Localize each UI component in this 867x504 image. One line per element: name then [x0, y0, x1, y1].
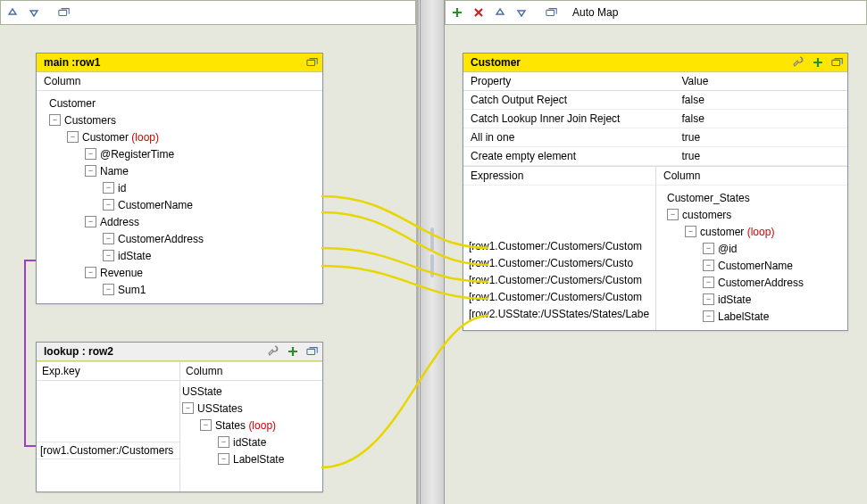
prop-row[interactable]: Catch Lookup Inner Join Rejectfalse — [463, 110, 847, 128]
svg-rect-4 — [832, 60, 840, 65]
tree-item[interactable]: Customer — [42, 95, 317, 112]
up-arrow-icon[interactable] — [494, 6, 506, 19]
prop-row[interactable]: All in onetrue — [463, 128, 847, 147]
svg-rect-2 — [307, 349, 315, 354]
tree-item[interactable]: −USStates — [180, 400, 322, 417]
main-panel[interactable]: main :row1 Column Customer −Customers −C… — [36, 53, 323, 304]
svg-rect-0 — [59, 10, 67, 15]
expression-row[interactable]: [row1.Customer:/Customers/Custo — [463, 254, 655, 271]
minimize-icon[interactable] — [58, 6, 71, 19]
tree-item[interactable]: Customer_States — [662, 189, 842, 206]
main-panel-header[interactable]: main :row1 — [37, 54, 322, 72]
lookup-column: Column USState −USStates −States (loop) … — [180, 362, 322, 492]
tree-item[interactable]: −idState — [42, 247, 317, 264]
prop-header: Property — [463, 72, 675, 91]
column-header: Column — [37, 72, 322, 91]
expression-row[interactable]: [row1.Customer:/Customers/Custom — [463, 237, 655, 254]
value-header: Value — [675, 72, 848, 91]
customer-panel-header[interactable]: Customer — [463, 54, 847, 72]
column-header: Column — [180, 362, 322, 381]
customer-tree: Customer_States −customers −customer (lo… — [656, 186, 847, 330]
tree-item[interactable]: −CustomerAddress — [662, 274, 842, 291]
up-arrow-icon[interactable] — [6, 6, 19, 19]
minimize-icon[interactable] — [546, 6, 558, 19]
prop-row[interactable]: Catch Output Rejectfalse — [463, 91, 847, 110]
down-arrow-icon[interactable] — [515, 6, 528, 19]
right-toolbar: Auto Map — [445, 0, 867, 25]
delete-icon[interactable] — [472, 6, 485, 19]
wrench-icon[interactable] — [267, 345, 279, 358]
tree-item[interactable]: −idState — [180, 434, 322, 450]
lookup-expkey-column: Exp.key [row1.Customer:/Customers — [37, 362, 180, 492]
expression-list: [row1.Customer:/Customers/Custom [row1.C… — [463, 186, 655, 322]
add-icon[interactable] — [451, 6, 463, 19]
add-icon[interactable] — [287, 345, 299, 358]
tree-item[interactable]: −States (loop) — [180, 417, 322, 434]
tree-item[interactable]: −Customers — [42, 112, 317, 128]
main-panel-title: main :row1 — [44, 56, 100, 69]
column-header: Column — [656, 167, 847, 186]
tree-item[interactable]: −@id — [662, 240, 842, 257]
add-icon[interactable] — [812, 56, 824, 69]
customer-panel[interactable]: Customer Prope — [463, 53, 848, 331]
main-tree: Customer −Customers −Customer (loop) −@R… — [37, 91, 322, 303]
tree-item[interactable]: −Customer (loop) — [42, 128, 317, 145]
tree-item[interactable]: −Address — [42, 213, 317, 230]
minimize-icon[interactable] — [831, 56, 844, 69]
auto-map-button[interactable]: Auto Map — [572, 6, 618, 19]
lookup-panel-header[interactable]: lookup : row2 — [37, 343, 322, 361]
tree-item[interactable]: −CustomerName — [42, 196, 317, 213]
customer-properties: Property Value Catch Output Rejectfalse … — [463, 72, 847, 166]
wrench-icon[interactable] — [792, 56, 804, 69]
expkey-header: Exp.key — [37, 362, 179, 381]
tree-item[interactable]: −Name — [42, 162, 317, 179]
expression-row[interactable]: [row2.USState:/USStates/States/Labe — [463, 305, 655, 322]
svg-rect-1 — [307, 60, 315, 65]
tree-item[interactable]: −CustomerName — [662, 257, 842, 274]
minimize-icon[interactable] — [306, 56, 319, 69]
tree-item[interactable]: USState — [180, 383, 322, 400]
svg-rect-3 — [546, 10, 554, 15]
tree-item[interactable]: −@RegisterTime — [42, 145, 317, 162]
expression-header: Expression — [463, 167, 655, 186]
tree-item[interactable]: −Revenue — [42, 264, 317, 281]
left-toolbar — [0, 0, 416, 25]
tree-item[interactable]: −idState — [662, 291, 842, 308]
tree-item[interactable]: −CustomerAddress — [42, 230, 317, 247]
down-arrow-icon[interactable] — [28, 6, 40, 19]
expression-row[interactable]: [row1.Customer:/Customers/Custom — [463, 288, 655, 305]
tree-item[interactable]: −customers — [662, 206, 842, 223]
lookup-panel[interactable]: lookup : row2 — [36, 342, 323, 492]
tree-item[interactable]: −id — [42, 179, 317, 196]
customer-panel-title: Customer — [471, 56, 521, 69]
expression-row[interactable]: [row1.Customer:/Customers/Custom — [463, 271, 655, 288]
vertical-splitter[interactable] — [420, 0, 445, 504]
lookup-expression[interactable]: [row1.Customer:/Customers — [37, 442, 179, 459]
prop-row[interactable]: Create empty elementtrue — [463, 147, 847, 166]
minimize-icon[interactable] — [306, 345, 319, 358]
tree-item[interactable]: −LabelState — [662, 308, 842, 325]
lookup-panel-title: lookup : row2 — [44, 345, 113, 358]
tree-item[interactable]: −LabelState — [180, 450, 322, 467]
tree-item[interactable]: −customer (loop) — [662, 223, 842, 240]
tree-item[interactable]: −Sum1 — [42, 281, 317, 298]
